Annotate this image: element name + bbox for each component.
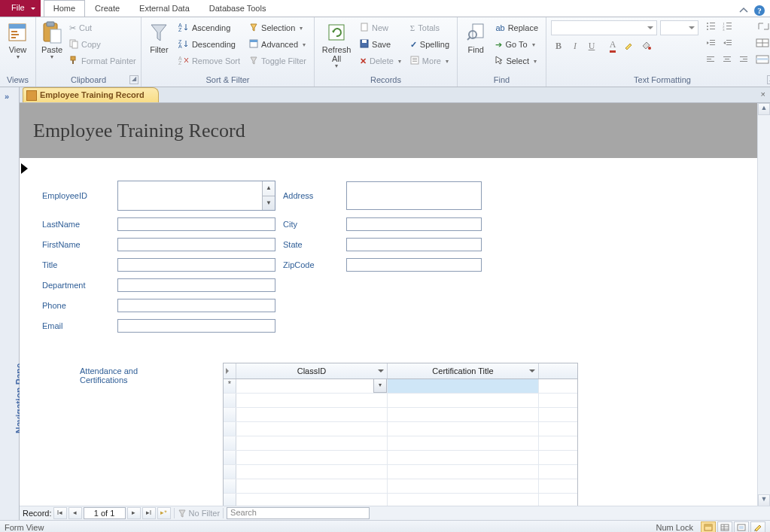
totals-button[interactable]: ΣTotals xyxy=(407,20,452,35)
font-name-combo[interactable] xyxy=(551,20,657,35)
font-color-button[interactable]: A xyxy=(605,38,620,53)
fill-color-button[interactable] xyxy=(638,38,653,53)
tab-database-tools[interactable]: Database Tools xyxy=(199,0,276,17)
group-records-label: Records xyxy=(315,74,457,87)
alt-row-color-button[interactable]: ▾ xyxy=(754,52,770,67)
spin-down-icon[interactable]: ▼ xyxy=(263,196,275,211)
numbering-button[interactable]: 123 xyxy=(720,19,735,34)
record-position[interactable]: 1 of 1 xyxy=(84,507,126,519)
remove-sort-icon: AZ xyxy=(178,56,189,66)
save-button[interactable]: Save xyxy=(357,37,404,52)
label-title: Title xyxy=(42,260,110,269)
spin-up-icon[interactable]: ▲ xyxy=(263,181,275,196)
font-size-combo[interactable] xyxy=(660,20,698,35)
next-record-button[interactable]: ▸ xyxy=(127,507,141,519)
refresh-all-button[interactable]: Refresh All▾ xyxy=(319,19,354,69)
format-painter-button[interactable]: Format Painter xyxy=(66,53,139,68)
prev-record-button[interactable]: ◂ xyxy=(68,507,82,519)
svg-point-37 xyxy=(707,29,708,30)
textfmt-launcher[interactable]: ◢ xyxy=(767,75,770,84)
underline-button[interactable]: U xyxy=(584,38,599,53)
filter-button[interactable]: Filter xyxy=(146,19,172,54)
select-button[interactable]: Select▾ xyxy=(492,53,541,68)
help-icon[interactable]: ? xyxy=(753,5,765,17)
clipboard-launcher[interactable]: ◢ xyxy=(129,75,138,84)
group-clipboard-label: Clipboard xyxy=(36,74,141,87)
remove-sort-button[interactable]: AZRemove Sort xyxy=(175,53,243,68)
cell-certtitle[interactable] xyxy=(388,379,539,393)
scroll-up-icon[interactable]: ▲ xyxy=(758,103,770,115)
bullets-button[interactable] xyxy=(703,19,718,34)
subform-select-all[interactable] xyxy=(224,363,236,378)
design-view-button[interactable] xyxy=(750,521,765,532)
form-view-button[interactable] xyxy=(701,521,716,532)
increase-indent-icon[interactable] xyxy=(720,35,735,50)
title-field[interactable] xyxy=(117,258,275,272)
italic-button[interactable]: I xyxy=(568,38,583,53)
replace-button[interactable]: abReplace xyxy=(492,20,541,35)
doc-tab-employee-training[interactable]: Employee Training Record xyxy=(23,87,159,102)
state-field[interactable] xyxy=(346,238,482,251)
address-field[interactable] xyxy=(346,181,482,210)
align-left-button[interactable] xyxy=(703,52,718,67)
search-input[interactable]: Search xyxy=(227,507,370,519)
cell-classid[interactable]: ▾ xyxy=(236,379,388,393)
employeeid-field[interactable]: ▲▼ xyxy=(117,181,275,211)
decrease-indent-icon[interactable] xyxy=(703,35,718,50)
expand-navpane-icon[interactable]: » xyxy=(5,92,9,101)
no-filter-indicator[interactable]: No Filter xyxy=(178,509,221,518)
delete-button[interactable]: ✕Delete▾ xyxy=(357,53,404,68)
toggle-filter-button[interactable]: Toggle Filter xyxy=(246,53,309,68)
select-icon xyxy=(495,56,503,66)
goto-button[interactable]: ➔Go To▾ xyxy=(492,37,541,52)
zip-field[interactable] xyxy=(346,258,482,272)
combo-dropdown-icon[interactable]: ▾ xyxy=(373,379,387,393)
record-selector[interactable] xyxy=(21,163,30,174)
view-button[interactable]: View▾ xyxy=(5,19,31,60)
phone-field[interactable] xyxy=(117,299,275,312)
tab-create[interactable]: Create xyxy=(85,0,129,17)
more-button[interactable]: More▾ xyxy=(407,53,452,68)
spelling-button[interactable]: ✓Spelling xyxy=(407,37,452,52)
svg-rect-25 xyxy=(362,40,367,43)
minimize-ribbon-icon[interactable] xyxy=(738,5,749,16)
svg-rect-28 xyxy=(412,59,417,60)
lastname-field[interactable] xyxy=(117,217,275,231)
city-field[interactable] xyxy=(346,217,482,231)
col-header-certtitle[interactable]: Certification Title xyxy=(388,363,539,378)
bold-button[interactable]: B xyxy=(551,38,566,53)
new-button[interactable]: New xyxy=(357,20,404,35)
new-row-marker[interactable]: * xyxy=(224,379,236,393)
selection-button[interactable]: Selection▾ xyxy=(246,20,309,35)
align-center-button[interactable] xyxy=(720,52,735,67)
descending-button[interactable]: ZADescending xyxy=(175,37,243,52)
gridlines-button[interactable]: ▾ xyxy=(754,35,770,50)
layout-view-button[interactable] xyxy=(734,521,749,532)
new-record-button[interactable]: ▸* xyxy=(157,507,171,519)
col-header-classid[interactable]: ClassID xyxy=(236,363,388,378)
datasheet-view-button[interactable] xyxy=(717,521,732,532)
vertical-scrollbar[interactable]: ▲ ▼ xyxy=(757,103,770,506)
scroll-down-icon[interactable]: ▼ xyxy=(758,494,770,506)
align-right-button[interactable] xyxy=(736,52,751,67)
email-field[interactable] xyxy=(117,319,275,333)
highlight-button[interactable] xyxy=(622,38,637,53)
cut-button[interactable]: ✂Cut xyxy=(66,20,139,35)
department-field[interactable] xyxy=(117,278,275,292)
paste-button[interactable]: Paste▾ xyxy=(41,19,63,60)
copy-button[interactable]: Copy xyxy=(66,37,139,52)
advanced-button[interactable]: Advanced▾ xyxy=(246,37,309,52)
ascending-button[interactable]: AZAscending xyxy=(175,20,243,35)
close-doc-button[interactable]: × xyxy=(761,90,765,99)
tab-external-data[interactable]: External Data xyxy=(129,0,199,17)
text-direction-button[interactable] xyxy=(754,19,770,34)
delete-icon: ✕ xyxy=(360,56,367,66)
tab-file[interactable]: File xyxy=(0,0,41,17)
last-record-button[interactable]: ▸I xyxy=(142,507,156,519)
find-button[interactable]: Find xyxy=(462,19,489,54)
navigation-pane[interactable]: » Navigation Pane xyxy=(0,87,20,520)
tab-home[interactable]: Home xyxy=(44,0,85,17)
firstname-field[interactable] xyxy=(117,238,275,251)
svg-rect-53 xyxy=(707,61,714,62)
first-record-button[interactable]: I◂ xyxy=(53,507,67,519)
